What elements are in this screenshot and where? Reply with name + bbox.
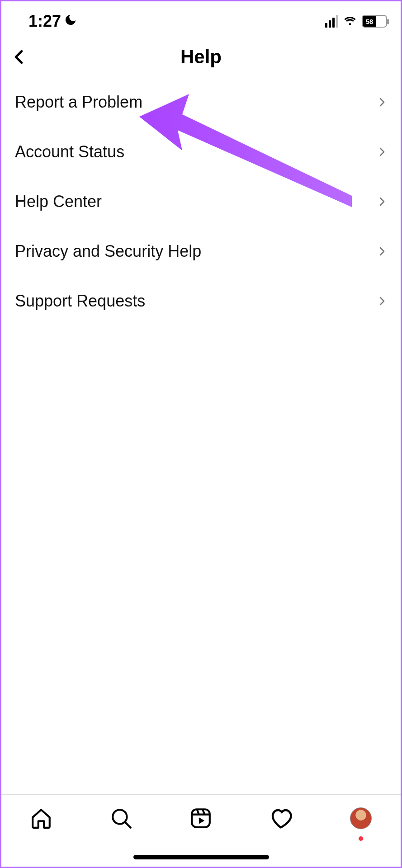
svg-line-2: [125, 822, 130, 827]
svg-point-1: [113, 810, 127, 824]
status-right: 58: [325, 14, 387, 29]
bottom-tab-bar: [1, 794, 401, 867]
menu-item-support-requests[interactable]: Support Requests: [15, 276, 387, 326]
home-indicator: [133, 855, 269, 859]
menu-item-label: Privacy and Security Help: [15, 242, 201, 261]
menu-item-label: Support Requests: [15, 292, 145, 311]
page-title: Help: [180, 46, 222, 68]
menu-item-privacy-security-help[interactable]: Privacy and Security Help: [15, 226, 387, 276]
menu-item-help-center[interactable]: Help Center: [15, 177, 387, 226]
moon-icon: [64, 12, 77, 31]
menu-item-account-status[interactable]: Account Status: [15, 127, 387, 177]
help-menu-list: Report a Problem Account Status Help Cen…: [1, 77, 401, 326]
tab-home[interactable]: [28, 805, 55, 832]
chevron-right-icon: [376, 246, 387, 257]
battery-icon: 58: [362, 15, 387, 28]
notification-dot-icon: [359, 836, 363, 841]
back-button[interactable]: [6, 43, 33, 71]
menu-item-label: Report a Problem: [15, 93, 142, 112]
chevron-left-icon: [11, 48, 28, 66]
heart-icon: [269, 806, 293, 830]
tab-search[interactable]: [108, 805, 135, 832]
tab-activity[interactable]: [267, 805, 294, 832]
home-icon: [30, 807, 52, 830]
wifi-icon: [343, 14, 357, 29]
cellular-signal-icon: [325, 15, 338, 28]
chevron-right-icon: [376, 196, 387, 207]
nav-header: Help: [1, 37, 401, 77]
status-time: 1:27: [28, 12, 61, 31]
tab-profile[interactable]: [347, 805, 374, 832]
menu-item-report-a-problem[interactable]: Report a Problem: [15, 77, 387, 127]
chevron-right-icon: [376, 97, 387, 108]
chevron-right-icon: [376, 296, 387, 307]
search-icon: [110, 807, 132, 830]
status-left: 1:27: [28, 12, 77, 31]
reels-icon: [189, 807, 212, 830]
svg-rect-3: [192, 809, 210, 827]
menu-item-label: Account Status: [15, 142, 124, 161]
battery-percent: 58: [363, 16, 376, 27]
status-bar: 1:27 58: [1, 1, 401, 37]
menu-item-label: Help Center: [15, 192, 102, 211]
tab-reels[interactable]: [187, 805, 214, 832]
chevron-right-icon: [376, 146, 387, 157]
profile-avatar-icon: [350, 807, 372, 829]
